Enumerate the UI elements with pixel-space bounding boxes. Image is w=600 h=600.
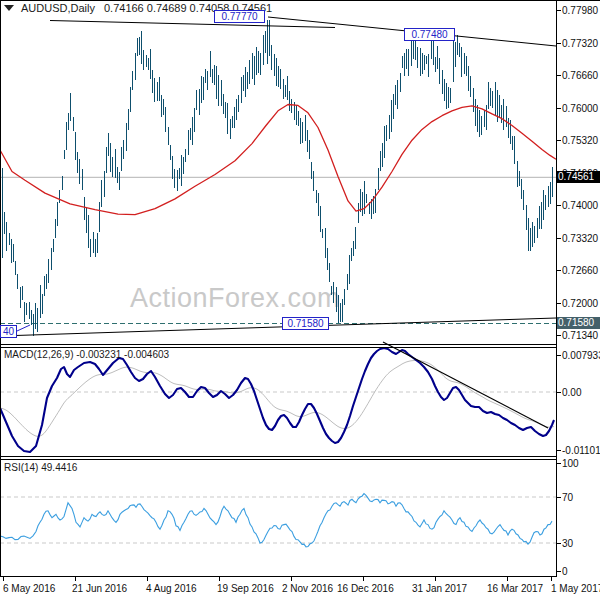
price-axis-label: 0.76000 bbox=[562, 103, 599, 114]
price-axis-label: 0.74000 bbox=[562, 200, 599, 211]
date-label: 31 Jan 2017 bbox=[412, 583, 467, 594]
macd-axis-label: 0.00 bbox=[562, 387, 599, 398]
price-axis-label: 0.75320 bbox=[562, 135, 599, 146]
macd-indicator-label: MACD(12,26,9) -0.003231 -0.004603 bbox=[4, 349, 169, 360]
price-axis-label: 0.77980 bbox=[562, 5, 599, 16]
price-annotation-box[interactable]: 0.71580 bbox=[282, 317, 329, 330]
rsi-axis-label: 70 bbox=[562, 492, 599, 503]
macd-axis-label: 0.007933 bbox=[562, 350, 599, 361]
chart-window: ActionForex.com AUDUSD,Daily 0.74166 0.7… bbox=[0, 0, 600, 600]
price-axis-label: 0.73320 bbox=[562, 233, 599, 244]
date-label: 2 Nov 2016 bbox=[282, 583, 333, 594]
date-label: 16 Dec 2016 bbox=[337, 583, 394, 594]
date-label: 4 Aug 2016 bbox=[146, 583, 197, 594]
price-axis-label: 0.77320 bbox=[562, 38, 599, 49]
price-annotation-box[interactable]: 40 bbox=[0, 325, 17, 338]
date-label: 21 Jun 2016 bbox=[72, 583, 127, 594]
date-label: 6 May 2016 bbox=[3, 583, 55, 594]
rsi-axis-label: 30 bbox=[562, 538, 599, 549]
date-label: 1 May 2017 bbox=[551, 583, 600, 594]
support-price-box: 0.71580 bbox=[557, 317, 600, 329]
price-axis-label: 0.72000 bbox=[562, 298, 599, 309]
current-price-box: 0.74561 bbox=[557, 171, 600, 183]
rsi-axis-label: 100 bbox=[562, 458, 599, 469]
date-label: 16 Mar 2017 bbox=[487, 583, 543, 594]
price-axis-label: 0.72660 bbox=[562, 265, 599, 276]
date-label: 19 Sep 2016 bbox=[217, 583, 274, 594]
price-axis-label: 0.71340 bbox=[562, 330, 599, 341]
price-axis-label: 0.76660 bbox=[562, 70, 599, 81]
price-annotation-box[interactable]: 0.77480 bbox=[404, 28, 455, 41]
price-annotation-box[interactable]: 0.77770 bbox=[214, 10, 265, 23]
rsi-axis-label: 0 bbox=[562, 566, 599, 577]
rsi-indicator-label: RSI(14) 49.4416 bbox=[4, 462, 77, 473]
chart-canvas[interactable] bbox=[0, 0, 600, 600]
macd-axis-label: -0.011017 bbox=[562, 445, 599, 456]
